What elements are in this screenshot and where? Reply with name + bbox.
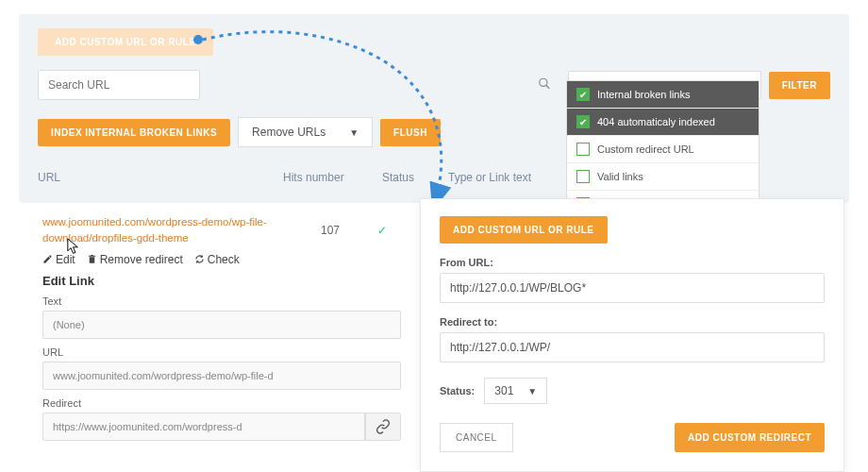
checkbox-checked-icon: ✔ [576, 115, 590, 128]
filter-option[interactable]: ✔ 404 automaticaly indexed [567, 109, 759, 136]
search-input[interactable] [38, 70, 200, 100]
filter-option[interactable]: Custom redirect URL [567, 136, 759, 163]
table-row: www.joomunited.com/wordpress-demo/wp-fil… [42, 214, 401, 247]
cancel-button[interactable]: CANCEL [440, 423, 513, 452]
status-ok-icon: ✓ [377, 224, 387, 237]
filter-button[interactable]: FILTER [769, 72, 830, 99]
redirect-to-input[interactable] [440, 332, 825, 362]
filter-option-label: Valid links [597, 171, 643, 182]
row-url-link[interactable]: www.joomunited.com/wordpress-demo/wp-fil… [42, 214, 283, 247]
filter-option[interactable]: ✔ Internal broken links [567, 81, 759, 109]
edit-label: Edit [56, 253, 75, 266]
modal-title-button[interactable]: ADD CUSTOM URL OR RULE [440, 216, 608, 244]
redirect-field[interactable] [42, 413, 365, 441]
flush-button[interactable]: FLUSH [380, 119, 441, 146]
status-select[interactable]: 301 ▼ [484, 378, 547, 404]
check-label: Check [208, 253, 240, 266]
edit-action[interactable]: Edit [42, 253, 75, 266]
redirect-to-label: Redirect to: [440, 316, 825, 328]
row-hits-value: 107 [283, 224, 377, 237]
status-value: 301 [494, 384, 513, 397]
link-icon [376, 419, 391, 434]
svg-point-0 [539, 78, 546, 86]
column-header-hits: Hits number [283, 171, 382, 184]
add-custom-url-modal: ADD CUSTOM URL OR RULE From URL: Redirec… [420, 198, 844, 472]
refresh-icon [194, 254, 205, 264]
url-field[interactable] [42, 362, 401, 390]
column-header-url: URL [38, 171, 283, 184]
text-field-label: Text [42, 295, 401, 307]
filter-option-label: Internal broken links [597, 89, 690, 100]
checkbox-icon [576, 143, 590, 156]
trash-icon [87, 254, 97, 264]
column-header-status: Status [382, 171, 448, 184]
filter-option-label: 404 automaticaly indexed [597, 116, 715, 127]
from-url-input[interactable] [440, 273, 825, 303]
link-picker-button[interactable] [365, 413, 401, 441]
add-custom-redirect-button[interactable]: ADD CUSTOM REDIRECT [675, 423, 825, 452]
check-action[interactable]: Check [194, 253, 240, 266]
index-internal-links-button[interactable]: INDEX INTERNAL BROKEN LINKS [38, 119, 230, 146]
search-icon [538, 77, 551, 93]
checkbox-checked-icon: ✔ [576, 88, 590, 101]
remove-redirect-action[interactable]: Remove redirect [87, 253, 183, 266]
chevron-down-icon: ▼ [527, 386, 537, 396]
redirect-field-label: Redirect [42, 397, 401, 409]
chevron-down-icon: ▼ [349, 127, 359, 138]
edit-link-title: Edit Link [42, 274, 401, 288]
remove-redirect-label: Remove redirect [100, 253, 183, 266]
from-url-label: From URL: [440, 257, 825, 268]
checkbox-icon [576, 170, 590, 183]
remove-urls-select[interactable]: Remove URLs ▼ [238, 117, 373, 147]
remove-urls-label: Remove URLs [252, 126, 326, 139]
svg-line-1 [545, 85, 549, 89]
add-custom-url-top-button[interactable]: ADD CUSTOM URL OR RULE [38, 28, 213, 56]
pencil-icon [42, 254, 53, 264]
filter-option[interactable]: Valid links [567, 163, 759, 191]
url-field-label: URL [42, 346, 401, 358]
text-field[interactable] [42, 311, 401, 339]
filter-option-label: Custom redirect URL [597, 143, 694, 155]
status-label: Status: [440, 385, 475, 396]
